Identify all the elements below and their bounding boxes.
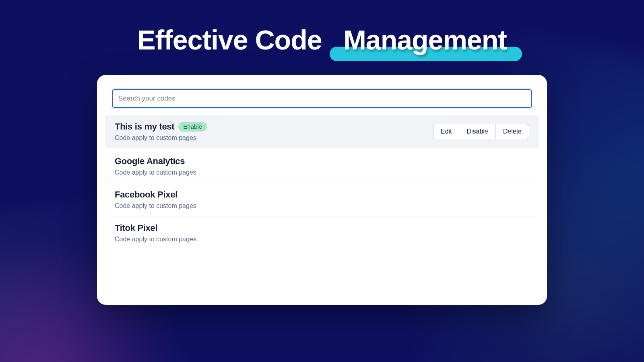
code-row-subtitle: Code apply to custom pages <box>115 236 196 243</box>
code-row[interactable]: Titok Pixel Code apply to custom pages <box>105 216 539 249</box>
code-rows: This is my test Enable Code apply to cus… <box>105 115 539 249</box>
hero-title: Effective Code Management <box>137 24 507 56</box>
code-row-title: Titok Pixel <box>115 223 157 233</box>
disable-button[interactable]: Disable <box>459 124 495 139</box>
code-row[interactable]: Google Analytics Code apply to custom pa… <box>105 150 539 183</box>
hero-title-word1: Effective Code <box>137 25 322 55</box>
code-row-info: This is my test Enable Code apply to cus… <box>115 121 207 142</box>
code-row-title: Facebook Pixel <box>115 189 178 200</box>
code-row-subtitle: Code apply to custom pages <box>115 169 196 176</box>
code-row-info: Titok Pixel Code apply to custom pages <box>115 223 196 243</box>
delete-button[interactable]: Delete <box>496 124 529 139</box>
code-row-info: Facebook Pixel Code apply to custom page… <box>115 189 196 210</box>
search-input[interactable] <box>112 89 532 108</box>
code-row-subtitle: Code apply to custom pages <box>115 202 196 210</box>
code-row-info: Google Analytics Code apply to custom pa… <box>115 156 196 176</box>
edit-button[interactable]: Edit <box>433 124 460 139</box>
code-row[interactable]: Facebook Pixel Code apply to custom page… <box>105 183 539 216</box>
hero-section: Effective Code Management <box>0 0 644 56</box>
code-list-card: This is my test Enable Code apply to cus… <box>97 75 547 305</box>
code-row-title: Google Analytics <box>115 156 185 167</box>
status-badge: Enable <box>178 122 207 132</box>
code-row[interactable]: This is my test Enable Code apply to cus… <box>105 115 539 148</box>
code-row-subtitle: Code apply to custom pages <box>115 134 207 142</box>
code-row-actions: Edit Disable Delete <box>433 124 529 139</box>
hero-title-word2: Management <box>343 24 507 56</box>
code-row-title: This is my test <box>115 121 174 132</box>
